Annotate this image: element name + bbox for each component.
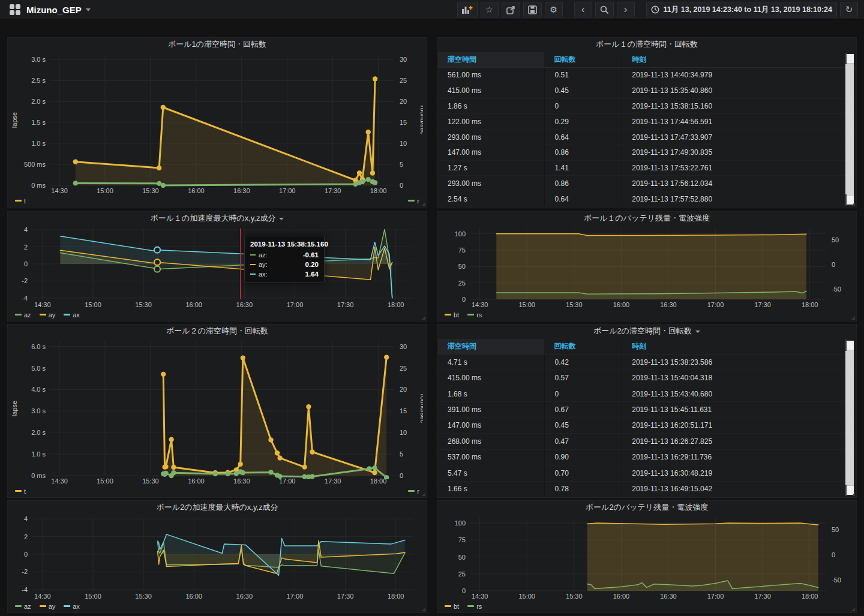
legend-item-r[interactable]: r	[408, 486, 419, 495]
column-header[interactable]: 時刻	[622, 52, 856, 67]
column-header[interactable]: 回転数	[544, 339, 622, 354]
legend-item-rs[interactable]: rs	[467, 310, 482, 319]
table-cell: 2019-11-13 17:53:22.761	[622, 161, 856, 176]
dashboard-title[interactable]: Mizuno_GEP	[26, 5, 82, 15]
table-cell: 415.00 ms	[438, 370, 544, 385]
svg-text:1.0 s: 1.0 s	[31, 450, 46, 458]
panel-title[interactable]: ボール2のバッテリ残量・電波強度	[437, 501, 856, 514]
zoom-out-button[interactable]	[595, 2, 614, 17]
panel-title[interactable]: ボール2の加速度最大時のx,y,z成分	[8, 501, 427, 514]
svg-text:0: 0	[462, 296, 466, 303]
panel-ball2-table: ボール2の滞空時間・回転数 滞空時間回転数時刻4.71 s0.422019-11…	[437, 324, 857, 498]
panel-title[interactable]: ボール１のバッテリ残量・電波強度	[437, 212, 856, 225]
legend-color-swatch	[40, 605, 46, 607]
refresh-button[interactable]: ↻	[840, 2, 858, 17]
legend-color-swatch	[445, 605, 451, 607]
panel-title[interactable]: ボール１の加速度最大時のx,y,z成分	[8, 212, 427, 225]
table-cell: 0.42	[544, 354, 622, 369]
add-panel-button[interactable]	[457, 2, 478, 17]
table-cell: 2019-11-13 15:35:40.860	[622, 83, 856, 98]
legend-item-az[interactable]: az	[15, 310, 31, 319]
chevron-up-icon	[845, 339, 847, 351]
ball1-battery-chart-canvas[interactable]: 025507510014:3015:0015:3016:0016:3017:00…	[440, 225, 856, 311]
panel-title[interactable]: ボール1の滞空時間・回転数	[8, 38, 427, 51]
svg-text:17:00: 17:00	[707, 301, 724, 308]
panel-menu-caret[interactable]	[279, 218, 284, 220]
star-button[interactable]: ☆	[481, 2, 499, 17]
legend-item-rs[interactable]: rs	[467, 602, 482, 611]
table-cell: 0.86	[544, 145, 622, 160]
legend-color-swatch	[15, 200, 22, 202]
column-header[interactable]: 回転数	[544, 52, 622, 67]
magnifier-icon	[600, 5, 609, 14]
share-button[interactable]	[502, 2, 520, 17]
column-header[interactable]: 滞空時間	[438, 339, 544, 354]
legend-item-az[interactable]: az	[15, 602, 31, 611]
legend-item-ay[interactable]: ay	[40, 310, 56, 319]
table-row: 1.86 s02019-11-13 15:38:15.160	[438, 99, 856, 115]
svg-text:15:30: 15:30	[566, 593, 583, 600]
refresh-icon: ↻	[845, 4, 853, 15]
scroll-down-button[interactable]	[845, 195, 854, 205]
svg-text:14:30: 14:30	[472, 301, 488, 308]
chevron-down-icon[interactable]	[86, 8, 91, 11]
legend-item-ay[interactable]: ay	[40, 602, 56, 611]
legend-item-r[interactable]: r	[408, 196, 419, 205]
chevron-right-icon: ›	[624, 4, 628, 16]
column-header[interactable]: 時刻	[622, 339, 856, 354]
legend-item-t[interactable]: t	[15, 196, 26, 205]
scroll-up-button[interactable]	[845, 341, 854, 350]
panel-menu-caret[interactable]	[695, 330, 700, 333]
table-cell: 0.70	[544, 465, 622, 480]
table-cell: 0.51	[544, 68, 622, 83]
settings-button[interactable]: ⚙	[545, 2, 563, 17]
ball1-lapse-chart-canvas[interactable]: 0 ms500 ms1.0 s1.5 s2.0 s2.5 s3.0 s14:30…	[10, 51, 427, 197]
legend-item-t[interactable]: t	[15, 486, 26, 495]
tooltip-timestamp: 2019-11-13 15:38:15.160	[250, 241, 319, 248]
legend-item-bt[interactable]: bt	[445, 602, 459, 611]
table-row: 5.47 s0.702019-11-13 16:30:48.219	[438, 465, 856, 481]
svg-text:17:30: 17:30	[325, 477, 341, 485]
svg-text:17:30: 17:30	[337, 593, 354, 600]
table-cell: 147.00 ms	[438, 418, 544, 433]
svg-text:18:00: 18:00	[370, 187, 387, 194]
legend-item-ax[interactable]: ax	[64, 310, 80, 319]
legend-color-swatch	[15, 490, 22, 492]
svg-text:25: 25	[458, 570, 466, 578]
chevron-up-icon	[845, 53, 847, 64]
legend-item-ax[interactable]: ax	[64, 602, 80, 611]
app-menu-icon[interactable]	[10, 4, 20, 15]
svg-text:0: 0	[400, 472, 403, 479]
svg-text:10: 10	[400, 140, 407, 147]
time-range-picker[interactable]: 11月 13, 2019 14:23:40 to 11月 13, 2019 18…	[646, 2, 837, 17]
scroll-down-button[interactable]	[845, 485, 854, 495]
panel-title[interactable]: ボール１の滞空時間・回転数	[437, 38, 856, 51]
svg-text:15:00: 15:00	[518, 301, 535, 308]
time-back-button[interactable]: ‹	[574, 2, 592, 17]
table-scrollbar[interactable]	[845, 54, 854, 205]
ball1-accel-chart-canvas[interactable]: -4-202414:3015:0015:3016:0016:3017:0017:…	[10, 225, 427, 311]
svg-text:25: 25	[458, 280, 466, 287]
time-forward-button[interactable]: ›	[617, 2, 635, 17]
ball2-battery-chart-canvas[interactable]: 025507510014:3015:0015:3016:0016:3017:00…	[440, 514, 856, 603]
ball2-accel-chart-canvas[interactable]: -4-202414:3015:0015:3016:0016:3017:0017:…	[10, 514, 427, 603]
ball2-lapse-chart-canvas[interactable]: 0 ms1.0 s2.0 s3.0 s4.0 s5.0 s6.0 s14:301…	[10, 338, 427, 488]
svg-text:0: 0	[24, 260, 28, 268]
table-scrollbar[interactable]	[845, 341, 854, 495]
column-header[interactable]: 滞空時間	[438, 52, 544, 67]
svg-text:16:30: 16:30	[236, 301, 253, 308]
legend-item-bt[interactable]: bt	[445, 310, 459, 319]
svg-text:50: 50	[458, 263, 466, 270]
panel-ball1-accel: ボール１の加速度最大時のx,y,z成分 -4-202414:3015:0015:…	[7, 211, 427, 321]
table-row: 391.00 ms0.672019-11-13 15:45:11.631	[438, 402, 856, 417]
panel-title[interactable]: ボール２の滞空時間・回転数	[8, 324, 427, 338]
svg-text:50: 50	[458, 554, 466, 561]
table-row: 1.66 s0.782019-11-13 16:49:15.042	[438, 482, 856, 497]
svg-text:2.0 s: 2.0 s	[31, 98, 46, 105]
scroll-up-button[interactable]	[845, 54, 854, 64]
svg-text:10: 10	[400, 429, 407, 436]
table-header-row: 滞空時間回転数時刻	[438, 52, 856, 68]
save-button[interactable]	[523, 2, 542, 17]
legend-color-swatch	[15, 314, 22, 315]
panel-title[interactable]: ボール2の滞空時間・回転数	[437, 324, 856, 338]
